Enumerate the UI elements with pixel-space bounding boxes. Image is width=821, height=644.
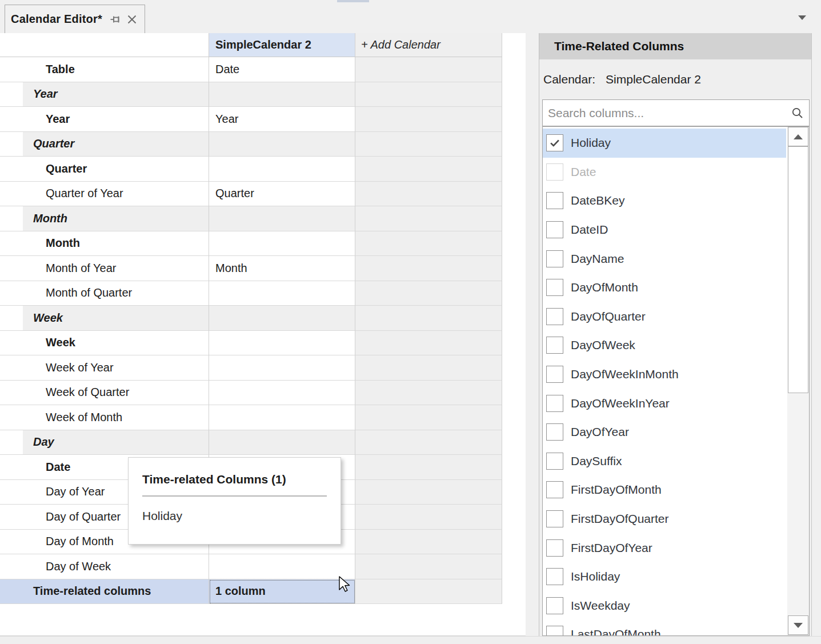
- checkbox-icon[interactable]: [546, 626, 563, 636]
- row-value-cell[interactable]: Year: [209, 107, 355, 132]
- checkbox-icon[interactable]: [546, 568, 563, 585]
- row-add-cell[interactable]: [355, 306, 502, 331]
- column-checkbox-item[interactable]: FirstDayOfQuarter: [543, 505, 786, 534]
- row-add-cell[interactable]: [355, 405, 502, 430]
- row-add-cell[interactable]: [355, 381, 502, 406]
- checkbox-icon[interactable]: [546, 539, 563, 557]
- column-checkbox-item[interactable]: IsWeekday: [543, 591, 786, 621]
- column-checkbox-item[interactable]: DateBKey: [543, 186, 786, 215]
- table-row[interactable]: Month: [0, 206, 502, 231]
- row-label-cell[interactable]: Quarter: [0, 157, 209, 182]
- checkbox-icon[interactable]: [546, 192, 563, 209]
- row-label-cell[interactable]: Week of Month: [0, 405, 209, 430]
- row-label-cell[interactable]: Week: [0, 306, 209, 331]
- table-row[interactable]: TableDate: [0, 57, 502, 82]
- checkbox-icon[interactable]: [546, 221, 563, 238]
- column-checkbox-item[interactable]: DayOfQuarter: [543, 302, 786, 331]
- checkbox-icon[interactable]: [546, 395, 563, 412]
- checkbox-icon[interactable]: [546, 366, 563, 383]
- row-label-cell[interactable]: Quarter: [0, 132, 209, 157]
- row-add-cell[interactable]: [355, 355, 502, 381]
- row-value-cell[interactable]: [209, 281, 355, 306]
- checkbox-icon[interactable]: [546, 481, 563, 498]
- column-checkbox-item[interactable]: DayOfWeekInYear: [543, 389, 786, 418]
- column-checkbox-item[interactable]: DayOfWeek: [543, 331, 786, 360]
- row-value-cell[interactable]: [209, 132, 355, 157]
- row-label-cell[interactable]: Year: [0, 82, 209, 107]
- row-add-cell[interactable]: [355, 331, 502, 356]
- row-add-cell[interactable]: [355, 430, 502, 455]
- row-add-cell[interactable]: [355, 206, 502, 231]
- column-checkbox-item[interactable]: DayOfYear: [543, 418, 786, 447]
- row-add-cell[interactable]: [355, 256, 502, 281]
- column-checkbox-item[interactable]: DaySuffix: [543, 447, 786, 476]
- list-scrollbar[interactable]: [787, 127, 809, 635]
- row-label-cell[interactable]: Day: [0, 430, 209, 455]
- row-value-cell[interactable]: [209, 381, 355, 406]
- row-add-cell[interactable]: [355, 57, 502, 82]
- row-value-cell[interactable]: Date: [209, 57, 355, 82]
- row-add-cell[interactable]: [355, 579, 502, 605]
- row-value-cell[interactable]: [209, 157, 355, 182]
- row-label-cell[interactable]: Quarter of Year: [0, 182, 209, 207]
- checkbox-icon[interactable]: [546, 597, 563, 614]
- table-row[interactable]: YearYear: [0, 107, 502, 132]
- row-add-cell[interactable]: [355, 182, 502, 207]
- row-value-cell[interactable]: 1 column: [209, 579, 355, 605]
- table-row[interactable]: Week of Month: [0, 405, 502, 430]
- row-label-cell[interactable]: Month: [0, 206, 209, 231]
- row-value-cell[interactable]: [209, 355, 355, 381]
- close-icon[interactable]: [126, 14, 138, 25]
- tab-calendar-editor[interactable]: Calendar Editor*: [5, 5, 145, 33]
- column-checkbox-item[interactable]: Holiday: [543, 129, 786, 158]
- row-value-cell[interactable]: [209, 82, 355, 107]
- column-checkbox-item[interactable]: DateID: [543, 215, 786, 245]
- checkbox-icon[interactable]: [546, 510, 563, 527]
- scroll-down-button[interactable]: [788, 615, 808, 635]
- row-label-cell[interactable]: Week: [0, 331, 209, 356]
- row-value-cell[interactable]: Month: [209, 256, 355, 281]
- row-add-cell[interactable]: [355, 132, 502, 157]
- pin-icon[interactable]: [109, 13, 122, 26]
- row-label-cell[interactable]: Time-related columns: [0, 579, 209, 605]
- row-label-cell[interactable]: Month: [0, 231, 209, 257]
- row-value-cell[interactable]: [209, 554, 355, 579]
- row-add-cell[interactable]: [355, 530, 502, 555]
- table-row[interactable]: Week of Quarter: [0, 381, 502, 406]
- checkbox-icon[interactable]: [546, 250, 563, 267]
- row-add-cell[interactable]: [355, 505, 502, 530]
- scroll-up-button[interactable]: [788, 127, 808, 146]
- scrollbar-thumb[interactable]: [788, 146, 808, 393]
- table-row[interactable]: Year: [0, 82, 502, 107]
- table-row[interactable]: Quarter: [0, 132, 502, 157]
- row-add-cell[interactable]: [355, 107, 502, 132]
- table-row[interactable]: Day: [0, 430, 502, 455]
- column-checkbox-item[interactable]: IsHoliday: [543, 562, 786, 591]
- search-input[interactable]: [543, 106, 791, 121]
- table-row[interactable]: Week: [0, 331, 502, 356]
- row-add-cell[interactable]: [355, 157, 502, 182]
- row-add-cell[interactable]: [355, 554, 502, 579]
- column-checkbox-item[interactable]: FirstDayOfYear: [543, 533, 786, 562]
- checkbox-icon[interactable]: [546, 279, 563, 296]
- table-row[interactable]: Month of Quarter: [0, 281, 502, 306]
- checkbox-icon[interactable]: [546, 163, 563, 181]
- row-value-cell[interactable]: [209, 331, 355, 356]
- row-value-cell[interactable]: [209, 405, 355, 430]
- add-calendar-button[interactable]: + Add Calendar: [355, 33, 502, 57]
- row-label-cell[interactable]: Week of Quarter: [0, 381, 209, 406]
- table-row[interactable]: Quarter: [0, 157, 502, 182]
- row-add-cell[interactable]: [355, 281, 502, 306]
- column-checkbox-item[interactable]: DayOfMonth: [543, 273, 786, 302]
- search-box[interactable]: [542, 99, 810, 126]
- column-checkbox-item[interactable]: Date: [543, 158, 786, 187]
- row-label-cell[interactable]: Day of Week: [0, 554, 209, 579]
- table-row[interactable]: Week of Year: [0, 355, 502, 381]
- table-row[interactable]: Time-related columns1 column: [0, 579, 502, 605]
- row-add-cell[interactable]: [355, 231, 502, 257]
- table-row[interactable]: Month: [0, 231, 502, 257]
- column-checkbox-item[interactable]: LastDayOfMonth: [543, 620, 786, 636]
- calendar-column-header[interactable]: SimpleCalendar 2: [209, 33, 355, 57]
- row-value-cell[interactable]: [209, 430, 355, 455]
- row-value-cell[interactable]: [209, 231, 355, 257]
